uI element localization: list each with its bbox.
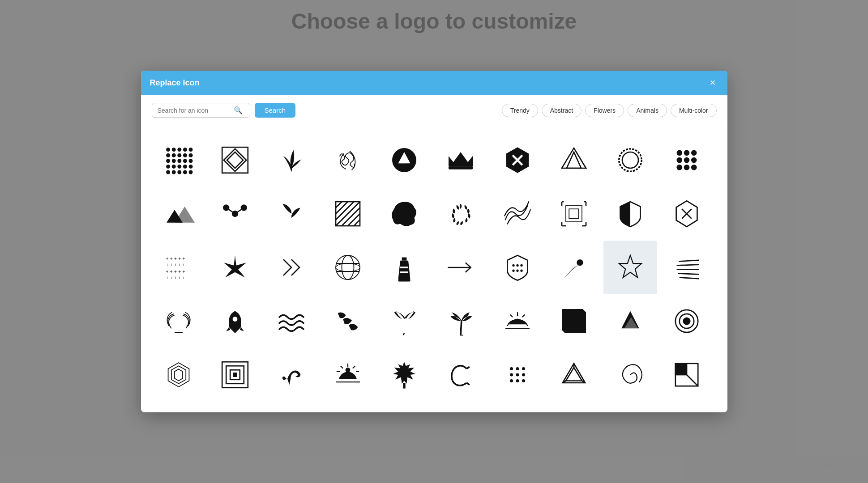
filter-tags: Trendy Abstract Flowers Animals Multi-co…: [502, 104, 717, 117]
icon-rocket[interactable]: [208, 294, 262, 348]
svg-point-10: [166, 159, 170, 163]
icon-dot-grid-small[interactable]: [491, 348, 544, 402]
svg-line-105: [680, 278, 699, 279]
icon-palm-tree[interactable]: [434, 294, 487, 348]
svg-point-8: [183, 153, 187, 157]
icon-wax-seal[interactable]: [603, 133, 657, 187]
svg-point-7: [177, 153, 181, 157]
icon-laurel-wreath[interactable]: [152, 294, 205, 348]
svg-point-22: [177, 170, 181, 174]
svg-line-63: [354, 220, 360, 226]
icon-comet[interactable]: [547, 241, 601, 294]
icon-fabric-swatch[interactable]: [547, 294, 601, 348]
svg-line-60: [336, 202, 360, 226]
icon-leaf-branch[interactable]: [265, 187, 318, 241]
close-button[interactable]: ×: [707, 77, 718, 89]
svg-point-82: [336, 255, 360, 280]
svg-point-20: [166, 170, 170, 174]
icon-floral-wreath[interactable]: [434, 187, 487, 241]
icon-sunrise[interactable]: [321, 348, 375, 402]
icon-penrose-triangle[interactable]: [547, 348, 601, 402]
svg-point-3: [183, 148, 187, 152]
icon-letter-c-badge[interactable]: [434, 348, 487, 402]
icon-molecule[interactable]: [208, 187, 262, 241]
svg-line-55: [235, 208, 244, 214]
svg-point-2: [177, 148, 181, 152]
icon-scribble-circle[interactable]: [321, 133, 375, 187]
filter-flowers[interactable]: Flowers: [585, 104, 624, 117]
icon-square-diamond[interactable]: [208, 133, 262, 187]
icon-hexagon-outline[interactable]: [152, 348, 205, 402]
icon-waves[interactable]: [265, 294, 318, 348]
modal-toolbar: 🔍 Search Trendy Abstract Flowers Animals…: [141, 95, 727, 126]
svg-text:+ + + + +: + + + + +: [166, 269, 185, 274]
svg-point-24: [188, 170, 192, 174]
svg-marker-36: [567, 152, 581, 168]
svg-point-122: [684, 318, 690, 324]
icon-maple-leaf[interactable]: [377, 348, 431, 402]
svg-point-48: [691, 165, 697, 170]
search-input[interactable]: [158, 107, 234, 114]
filter-trendy[interactable]: Trendy: [502, 104, 538, 117]
icon-lighthouse[interactable]: [377, 241, 431, 294]
icon-palm-leaf[interactable]: [377, 294, 431, 348]
svg-line-102: [677, 265, 699, 266]
modal-overlay: Replace Icon × 🔍 Search Trendy Abstract …: [0, 0, 868, 483]
icon-mountain-outline[interactable]: [152, 187, 205, 241]
svg-point-42: [691, 150, 697, 156]
icon-crown[interactable]: [434, 133, 487, 187]
icon-shield-half[interactable]: [603, 187, 657, 241]
icon-plant-branch[interactable]: [265, 133, 318, 187]
filter-abstract[interactable]: Abstract: [542, 104, 582, 117]
watermark: @ 沃夫科尔斯凯丁: [791, 460, 850, 470]
icon-globe-sphere[interactable]: [321, 241, 375, 294]
svg-point-139: [516, 367, 519, 370]
svg-point-47: [684, 165, 690, 170]
icon-double-triangle[interactable]: [547, 133, 601, 187]
icon-double-chevron[interactable]: [265, 241, 318, 294]
svg-point-83: [342, 255, 354, 280]
icon-speed-lines[interactable]: [660, 241, 714, 294]
svg-point-19: [188, 165, 192, 169]
svg-point-86: [336, 263, 360, 271]
icon-star-outline[interactable]: [603, 241, 657, 294]
icon-square-diagonal[interactable]: [660, 348, 714, 402]
icon-dots-pattern[interactable]: [152, 133, 205, 187]
svg-line-54: [226, 208, 235, 214]
svg-point-12: [177, 159, 181, 163]
svg-point-18: [183, 165, 187, 169]
icon-eye-target[interactable]: [660, 294, 714, 348]
icon-nested-squares[interactable]: [208, 348, 262, 402]
svg-rect-154: [676, 364, 687, 375]
icon-mountain-circle[interactable]: [377, 133, 431, 187]
icon-plus-grid[interactable]: + + + + + + + + + + + + + + + + + + + +: [152, 241, 205, 294]
svg-rect-73: [569, 209, 579, 219]
icon-mountain-filled[interactable]: [603, 294, 657, 348]
icon-organic-blob[interactable]: [377, 187, 431, 241]
icon-sunset[interactable]: [491, 294, 544, 348]
icon-hexagon-x[interactable]: [660, 187, 714, 241]
icon-shield-dots[interactable]: [491, 241, 544, 294]
svg-point-0: [166, 148, 170, 152]
filter-multicolor[interactable]: Multi-color: [671, 104, 717, 117]
icon-grid-container: + + + + + + + + + + + + + + + + + + + +: [141, 126, 727, 412]
svg-point-140: [522, 367, 525, 370]
icon-brush-strokes[interactable]: [321, 294, 375, 348]
icon-focus-frame[interactable]: [547, 187, 601, 241]
icon-starburst[interactable]: [208, 241, 262, 294]
icon-x-hexagon[interactable]: [491, 133, 544, 187]
svg-point-94: [516, 264, 518, 267]
icon-diagonal-lines[interactable]: [321, 187, 375, 241]
icon-spiral-scribble[interactable]: [603, 348, 657, 402]
svg-point-13: [183, 159, 187, 163]
icon-scribble-lines[interactable]: [491, 187, 544, 241]
svg-point-21: [171, 170, 175, 174]
icon-arrow-right[interactable]: [434, 241, 487, 294]
svg-point-17: [177, 165, 181, 169]
svg-marker-81: [223, 255, 246, 278]
icon-nine-dots[interactable]: [660, 133, 714, 187]
filter-animals[interactable]: Animals: [628, 104, 667, 117]
svg-rect-89: [398, 280, 410, 282]
search-button[interactable]: Search: [255, 103, 296, 118]
icon-bird[interactable]: [265, 348, 318, 402]
